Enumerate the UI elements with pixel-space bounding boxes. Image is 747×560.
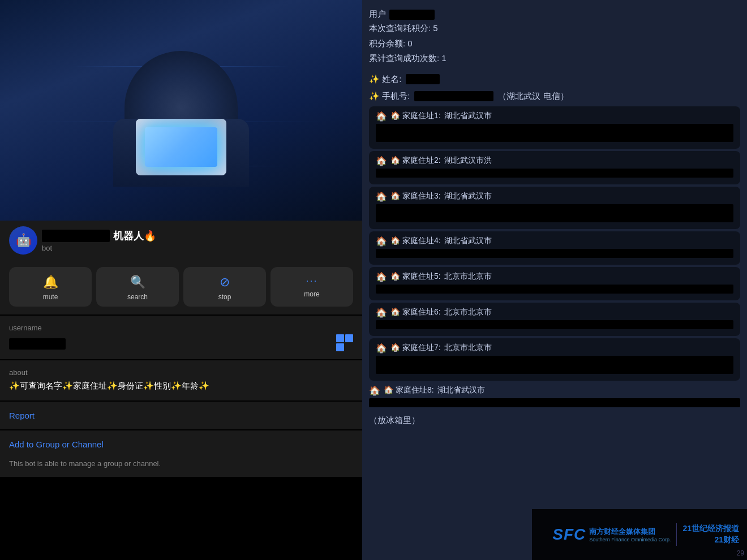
left-panel: 🤖 机器人🔥 bot 🔔 mute 🔍 search ⊘ stop ··· mo… bbox=[0, 0, 362, 560]
address-label-4: 🏠 家庭住址4: bbox=[390, 236, 441, 246]
address-line-5: 🏠 🏠 家庭住址5: 北京市北京市 bbox=[376, 272, 733, 282]
phone-redact bbox=[414, 91, 493, 101]
mute-button[interactable]: 🔔 mute bbox=[9, 267, 92, 307]
stop-label: stop bbox=[218, 293, 231, 301]
search-icon: 🔍 bbox=[130, 275, 145, 290]
address-redact-2 bbox=[376, 169, 733, 178]
bot-robot-text: 机器人🔥 bbox=[113, 229, 156, 243]
qr-cell-1 bbox=[336, 334, 344, 342]
bot-note: This bot is able to manage a group or ch… bbox=[0, 455, 362, 477]
chat-content: 用户 本次查询耗积分: 5 积分余额: 0 累计查询成功次数: 1 ✨ 姓名: … bbox=[362, 0, 747, 560]
add-group-link[interactable]: Add to Group or Channel bbox=[0, 430, 362, 455]
address-label-3: 🏠 家庭住址3: bbox=[390, 191, 441, 201]
sfc-text-block: 南方财经全媒体集团 Southern Finance Omnimedia Cor… bbox=[589, 527, 671, 542]
search-button[interactable]: 🔍 search bbox=[96, 267, 179, 307]
sfc-name-en: Southern Finance Omnimedia Corp. bbox=[589, 537, 671, 542]
address-item-2: 🏠 🏠 家庭住址2: 湖北武汉市洪 bbox=[369, 151, 740, 184]
action-buttons: 🔔 mute 🔍 search ⊘ stop ··· more bbox=[0, 259, 362, 315]
house-icon-4: 🏠 bbox=[376, 236, 387, 247]
bot-title-row: 机器人🔥 bbox=[42, 229, 353, 243]
bell-icon: 🔔 bbox=[43, 275, 58, 290]
address-line-4: 🏠 🏠 家庭住址4: 湖北省武汉市 bbox=[376, 236, 733, 247]
name-label: ✨ 姓名: bbox=[369, 72, 401, 87]
phone-location: （湖北武汉 电信） bbox=[498, 89, 568, 104]
address-value-5: 北京市北京市 bbox=[444, 272, 492, 282]
bottom-text: （放冰箱里） bbox=[369, 413, 740, 481]
house-icon-8: 🏠 bbox=[369, 385, 380, 396]
media-row1: 21世纪经济报道 bbox=[682, 524, 739, 534]
user-line: 用户 bbox=[369, 9, 740, 20]
address-value-8: 湖北省武汉市 bbox=[437, 385, 485, 395]
address-line-7: 🏠 🏠 家庭住址7: 北京市北京市 bbox=[376, 343, 733, 354]
address-value-3: 湖北省武汉市 bbox=[444, 191, 492, 201]
more-icon: ··· bbox=[306, 275, 317, 287]
address-item-4: 🏠 🏠 家庭住址4: 湖北省武汉市 bbox=[369, 231, 740, 265]
stop-button[interactable]: ⊘ stop bbox=[183, 267, 266, 307]
username-redact bbox=[9, 338, 66, 350]
address-label-8: 🏠 家庭住址8: bbox=[384, 385, 434, 395]
address-line-1: 🏠 🏠 家庭住址1: 湖北省武汉市 bbox=[376, 111, 733, 122]
user-redact bbox=[389, 10, 435, 20]
avatar: 🤖 bbox=[9, 226, 37, 255]
address-label-1: 🏠 家庭住址1: bbox=[390, 111, 441, 121]
address-redact-4 bbox=[376, 249, 733, 258]
address-value-1: 湖北省武汉市 bbox=[444, 111, 492, 121]
address-redact-5 bbox=[376, 285, 733, 294]
sfc-logo: SFC 南方财经全媒体集团 Southern Finance Omnimedia… bbox=[552, 525, 671, 544]
about-section: about ✨可查询名字✨家庭住址✨身份证✨性别✨年龄✨ bbox=[0, 360, 362, 400]
address-label-6: 🏠 家庭住址6: bbox=[390, 307, 441, 317]
address-line-6: 🏠 🏠 家庭住址6: 北京市北京市 bbox=[376, 307, 733, 318]
user-label: 用户 bbox=[369, 9, 386, 20]
address-value-6: 北京市北京市 bbox=[444, 307, 492, 317]
media-names: 21世纪经济报道 21财经 bbox=[682, 524, 739, 545]
bot-name-redact bbox=[42, 230, 110, 242]
address-redact-7 bbox=[376, 356, 733, 374]
hacker-figure bbox=[119, 51, 243, 187]
house-icon-6: 🏠 bbox=[376, 307, 387, 318]
bot-label: bot bbox=[42, 244, 353, 252]
address-line-3: 🏠 🏠 家庭住址3: 湖北省武汉市 bbox=[376, 191, 733, 202]
right-panel: 用户 本次查询耗积分: 5 积分余额: 0 累计查询成功次数: 1 ✨ 姓名: … bbox=[362, 0, 747, 560]
more-label: more bbox=[304, 290, 319, 298]
address-label-7: 🏠 家庭住址7: bbox=[390, 343, 441, 353]
qr-cell-2 bbox=[345, 334, 353, 342]
address-value-2: 湖北武汉市洪 bbox=[444, 156, 492, 166]
house-icon-7: 🏠 bbox=[376, 343, 387, 354]
about-label: about bbox=[9, 368, 353, 377]
address8-row: 🏠 🏠 家庭住址8: 湖北省武汉市 bbox=[369, 385, 740, 410]
house-icon-2: 🏠 bbox=[376, 156, 387, 166]
address-item-7: 🏠 🏠 家庭住址7: 北京市北京市 bbox=[369, 338, 740, 381]
address-item-3: 🏠 🏠 家庭住址3: 湖北省武汉市 bbox=[369, 187, 740, 229]
address-item-6: 🏠 🏠 家庭住址6: 北京市北京市 bbox=[369, 303, 740, 336]
username-label: username bbox=[9, 324, 353, 332]
page-num: 29 bbox=[737, 549, 744, 557]
hero-image bbox=[0, 0, 362, 221]
total-queries: 累计查询成功次数: 1 bbox=[369, 51, 740, 66]
address-value-7: 北京市北京市 bbox=[444, 343, 492, 353]
address-redact-1 bbox=[376, 124, 733, 142]
search-label: search bbox=[127, 293, 148, 301]
score-remaining: 积分余额: 0 bbox=[369, 36, 740, 51]
qr-cell-4 bbox=[345, 343, 353, 351]
house-icon-1: 🏠 bbox=[376, 111, 387, 122]
name-row: ✨ 姓名: bbox=[369, 72, 740, 87]
query-cost: 本次查询耗积分: 5 bbox=[369, 21, 740, 36]
username-row bbox=[9, 334, 353, 351]
address-redact-3 bbox=[376, 204, 733, 222]
house-icon-5: 🏠 bbox=[376, 272, 387, 282]
address-redact-6 bbox=[376, 320, 733, 329]
more-button[interactable]: ··· more bbox=[271, 267, 353, 307]
qr-icon[interactable] bbox=[336, 334, 353, 351]
divider bbox=[676, 523, 677, 546]
about-text: ✨可查询名字✨家庭住址✨身份证✨性别✨年龄✨ bbox=[9, 379, 353, 393]
sfc-name-cn: 南方财经全媒体集团 bbox=[589, 527, 655, 537]
address-item-8: 🏠 🏠 家庭住址8: 湖北省武汉市 bbox=[369, 385, 740, 410]
address-item-1: 🏠 🏠 家庭住址1: 湖北省武汉市 bbox=[369, 106, 740, 149]
qr-cell-3 bbox=[336, 343, 344, 351]
phone-row: ✨ 手机号: （湖北武汉 电信） bbox=[369, 89, 740, 104]
watermark: SFC 南方财经全媒体集团 Southern Finance Omnimedia… bbox=[532, 509, 747, 560]
report-link[interactable]: Report bbox=[0, 402, 362, 429]
laptop bbox=[136, 119, 226, 175]
name-redact bbox=[406, 74, 440, 84]
address-line-8: 🏠 🏠 家庭住址8: 湖北省武汉市 bbox=[369, 385, 740, 396]
